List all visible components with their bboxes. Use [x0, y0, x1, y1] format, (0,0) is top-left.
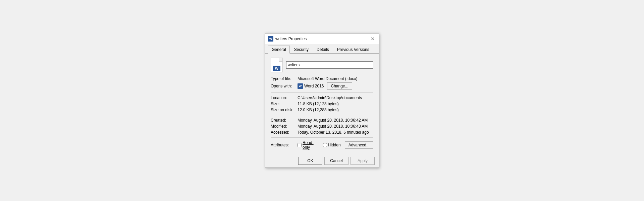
accessed-label: Accessed:	[271, 130, 298, 135]
created-row: Created: Monday, August 20, 2018, 10:06:…	[271, 118, 373, 123]
divider-3	[271, 137, 373, 138]
tab-details[interactable]: Details	[313, 46, 333, 53]
size-on-disk-value: 12.0 KB (12,288 bytes)	[298, 108, 339, 112]
title-bar: W writers Properties ✕	[265, 34, 379, 44]
size-value: 11.8 KB (12,128 bytes)	[298, 102, 339, 106]
properties-dialog: W writers Properties ✕ General Security …	[265, 33, 379, 168]
word-badge: W	[273, 66, 280, 71]
opens-with-label: Opens with:	[271, 84, 298, 88]
hidden-checkbox[interactable]	[323, 143, 327, 147]
modified-label: Modified:	[271, 124, 298, 129]
tab-general[interactable]: General	[268, 46, 290, 54]
location-value: C:\Users\admin\Desktop\documents	[298, 95, 362, 100]
hidden-label: Hidden	[328, 143, 341, 147]
file-header: W	[271, 58, 373, 72]
ok-button[interactable]: OK	[298, 157, 322, 165]
location-row: Location: C:\Users\admin\Desktop\documen…	[271, 95, 373, 100]
size-on-disk-label: Size on disk:	[271, 108, 298, 112]
content-area: W Type of file: Microsoft Word Document …	[265, 54, 379, 154]
readonly-checkbox-label[interactable]: Read-only	[298, 140, 319, 150]
type-row: Type of file: Microsoft Word Document (.…	[271, 76, 373, 81]
cancel-button[interactable]: Cancel	[324, 157, 348, 165]
attributes-label: Attributes:	[271, 143, 298, 147]
tab-bar: General Security Details Previous Versio…	[265, 44, 379, 54]
change-button[interactable]: Change...	[327, 82, 352, 90]
size-on-disk-row: Size on disk: 12.0 KB (12,288 bytes)	[271, 108, 373, 112]
divider-1	[271, 92, 373, 93]
type-label: Type of file:	[271, 76, 298, 81]
close-button[interactable]: ✕	[369, 36, 376, 42]
modified-value: Monday, August 20, 2018, 10:06:43 AM	[298, 124, 368, 129]
apply-button[interactable]: Apply	[351, 157, 375, 165]
bottom-bar: OK Cancel Apply	[265, 154, 379, 168]
tab-previous-versions[interactable]: Previous Versions	[333, 46, 373, 53]
size-label: Size:	[271, 102, 298, 106]
modified-row: Modified: Monday, August 20, 2018, 10:06…	[271, 124, 373, 129]
location-label: Location:	[271, 95, 298, 100]
file-name-input[interactable]	[286, 61, 373, 69]
file-icon: W	[271, 58, 283, 72]
title-bar-icon: W	[268, 36, 273, 42]
attributes-row: Attributes: Read-only Hidden Advanced...	[271, 140, 373, 150]
readonly-label: Read-only	[303, 140, 319, 150]
advanced-button[interactable]: Advanced...	[345, 141, 373, 149]
accessed-value: Today, October 13, 2018, 6 minutes ago	[298, 130, 369, 135]
hidden-checkbox-label[interactable]: Hidden	[323, 143, 341, 147]
accessed-row: Accessed: Today, October 13, 2018, 6 min…	[271, 130, 373, 135]
created-label: Created:	[271, 118, 298, 123]
type-value: Microsoft Word Document (.docx)	[298, 76, 358, 81]
word-icon-small: W	[268, 36, 273, 42]
created-value: Monday, August 20, 2018, 10:06:42 AM	[298, 118, 368, 123]
tab-security[interactable]: Security	[290, 46, 312, 53]
opens-with-value: Word 2016	[304, 84, 324, 88]
word-app-icon: W	[298, 83, 303, 89]
size-row: Size: 11.8 KB (12,128 bytes)	[271, 102, 373, 106]
readonly-checkbox[interactable]	[298, 143, 302, 147]
divider-2	[271, 115, 373, 115]
opens-with-row: Opens with: W Word 2016 Change...	[271, 82, 373, 90]
dialog-title: writers Properties	[275, 37, 369, 41]
